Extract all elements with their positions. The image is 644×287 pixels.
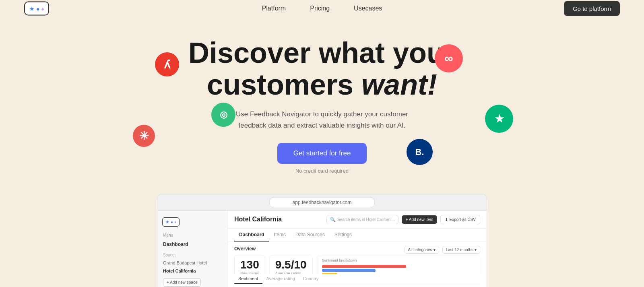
chevron-down-icon-2: ▾ bbox=[475, 248, 477, 252]
sidebar-space-1[interactable]: Grand Budapest Hotel bbox=[157, 259, 227, 267]
sentiment-label: Sentiment breakdown bbox=[322, 258, 475, 262]
main-content: Hotel California 🔍 Search items in Hotel… bbox=[228, 211, 487, 287]
booking-icon: B. bbox=[407, 139, 433, 165]
logo[interactable]: ★ ● ♦ bbox=[24, 2, 49, 16]
category-filter-label: All categories bbox=[408, 248, 432, 252]
airbnb-icon: ∞ bbox=[435, 44, 463, 72]
sentiment-bar-positive bbox=[322, 265, 475, 268]
sentiment-card: Sentiment breakdown bbox=[317, 255, 480, 274]
positive-bar bbox=[322, 265, 406, 268]
search-placeholder: Search items in Hotel Californi... bbox=[337, 217, 395, 222]
chart-tabs: Sentiment Average rating Country bbox=[234, 274, 480, 284]
new-items-label: New items bbox=[240, 271, 259, 274]
period-filter-label: Last 12 months bbox=[446, 248, 473, 252]
sentiment-bar-neutral bbox=[322, 269, 475, 272]
logo-heart-icon: ● bbox=[36, 5, 39, 12]
chart-tab-rating[interactable]: Average rating bbox=[262, 274, 299, 284]
logo-diamond-icon: ♦ bbox=[41, 5, 44, 12]
new-items-stat: 130 New items bbox=[234, 255, 265, 274]
new-items-number: 130 bbox=[240, 259, 259, 270]
sidebar-logo-diamond-icon: ♦ bbox=[174, 220, 176, 224]
page-title: Hotel California bbox=[234, 216, 282, 223]
overview-section: Overview All categories ▾ Last 12 months… bbox=[228, 242, 487, 274]
main-header: Hotel California 🔍 Search items in Hotel… bbox=[228, 211, 487, 229]
period-filter[interactable]: Last 12 months ▾ bbox=[442, 246, 480, 254]
sentiment-bars bbox=[322, 265, 475, 274]
download-icon: ⬇ bbox=[445, 217, 448, 222]
get-started-button[interactable]: Get started for free bbox=[277, 143, 367, 164]
hero-headline: Discover what your customers want! bbox=[181, 37, 463, 101]
export-csv-button[interactable]: ⬇ Export as CSV bbox=[440, 215, 480, 224]
add-item-button[interactable]: + Add new item bbox=[402, 215, 438, 224]
hero-subtext: Use Feedback Navigator to quickly gather… bbox=[221, 109, 423, 130]
logo-star-icon: ★ bbox=[29, 5, 35, 12]
asterisk-icon: ✳ bbox=[133, 125, 155, 147]
trustpilot-icon: ★ bbox=[485, 105, 513, 133]
search-box[interactable]: 🔍 Search items in Hotel Californi... bbox=[326, 215, 398, 224]
overview-controls: All categories ▾ Last 12 months ▾ bbox=[405, 246, 480, 254]
hero-section: Discover what your customers want! Use F… bbox=[0, 17, 644, 186]
rating-stat: 9.5/10 Average rating bbox=[269, 255, 313, 274]
neutral-bar bbox=[322, 269, 376, 272]
add-new-space-button[interactable]: + Add new space bbox=[163, 278, 201, 287]
nav-links: Platform Pricing Usecases bbox=[262, 5, 382, 12]
rating-label: Average rating bbox=[275, 271, 307, 274]
yelp-icon: ʎ bbox=[155, 52, 179, 76]
sidebar-menu-label: Menu bbox=[157, 231, 227, 239]
main-tabs: Dashboard Items Data Sources Settings bbox=[228, 229, 487, 242]
export-label: Export as CSV bbox=[449, 217, 476, 222]
no-credit-text: No credit card required bbox=[8, 168, 636, 174]
browser-bar: app.feedbacknavigator.com bbox=[157, 194, 487, 211]
nav-pricing[interactable]: Pricing bbox=[310, 5, 330, 12]
category-filter[interactable]: All categories ▾ bbox=[405, 246, 439, 254]
sidebar-dashboard-item[interactable]: Dashboard bbox=[157, 239, 227, 250]
chart-tab-country[interactable]: Country bbox=[299, 274, 323, 284]
nav-platform[interactable]: Platform bbox=[262, 5, 286, 12]
go-to-platform-button[interactable]: Go to platform bbox=[564, 1, 620, 16]
chevron-down-icon: ▾ bbox=[433, 248, 436, 252]
nav-cta-area: Go to platform bbox=[564, 1, 620, 16]
sidebar-logo-heart-icon: ● bbox=[171, 220, 173, 224]
stats-row: 130 New items 9.5/10 Average rating Sent… bbox=[234, 255, 480, 274]
tab-data-sources[interactable]: Data Sources bbox=[291, 229, 330, 242]
tab-dashboard[interactable]: Dashboard bbox=[234, 229, 269, 242]
sidebar-space-2[interactable]: Hotel California bbox=[157, 267, 227, 275]
chart-section: Sentiment Average rating Country 36 27 1… bbox=[228, 274, 487, 287]
tripadvisor-icon: ◎ bbox=[211, 103, 235, 127]
tab-settings[interactable]: Settings bbox=[330, 229, 357, 242]
app-sidebar: ★ ● ♦ Menu Dashboard Spaces Grand Budape… bbox=[157, 211, 228, 287]
search-icon: 🔍 bbox=[330, 217, 336, 222]
sidebar-logo: ★ ● ♦ bbox=[157, 215, 227, 231]
rating-number: 9.5/10 bbox=[275, 259, 307, 270]
sidebar-spaces-label: Spaces bbox=[157, 250, 227, 259]
chart-tab-sentiment[interactable]: Sentiment bbox=[234, 274, 262, 284]
app-screenshot: app.feedbacknavigator.com ★ ● ♦ Menu Das… bbox=[157, 194, 487, 287]
browser-url: app.feedbacknavigator.com bbox=[270, 198, 374, 207]
nav-usecases[interactable]: Usecases bbox=[354, 5, 382, 12]
sidebar-logo-star-icon: ★ bbox=[165, 219, 169, 225]
main-actions: 🔍 Search items in Hotel Californi... + A… bbox=[326, 215, 480, 224]
tab-items[interactable]: Items bbox=[269, 229, 291, 242]
app-window: ★ ● ♦ Menu Dashboard Spaces Grand Budape… bbox=[157, 211, 487, 287]
